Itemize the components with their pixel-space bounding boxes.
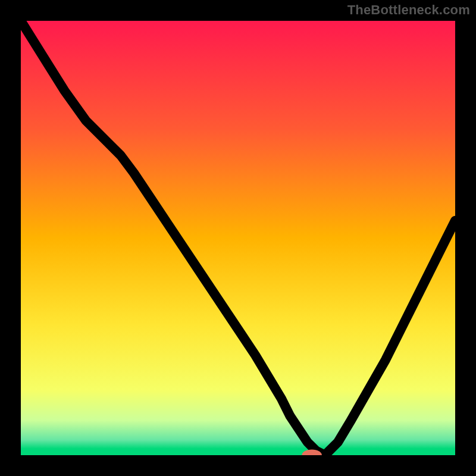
plot-area bbox=[21, 21, 455, 455]
watermark-text: TheBottleneck.com bbox=[347, 2, 470, 18]
gradient-background bbox=[21, 21, 455, 455]
chart-frame: TheBottleneck.com bbox=[0, 0, 476, 476]
chart-svg bbox=[21, 21, 455, 455]
